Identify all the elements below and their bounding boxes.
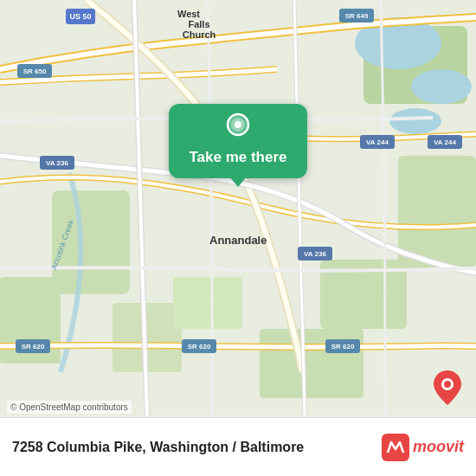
take-me-there-label: Take me there [189,149,286,166]
moovit-brand-text: moovit [413,438,464,456]
svg-text:SR 649: SR 649 [345,12,369,20]
svg-text:SR 650: SR 650 [23,68,47,75]
svg-point-42 [444,381,451,388]
svg-text:VA 236: VA 236 [46,159,68,167]
address-label: 7258 Columbia Pike, Washington / Baltimo… [12,440,382,455]
svg-point-39 [235,121,241,128]
svg-text:SR 620: SR 620 [22,343,45,351]
svg-text:VA 236: VA 236 [304,250,326,258]
moovit-marker-icon [431,369,464,407]
info-bar: 7258 Columbia Pike, Washington / Baltimo… [0,417,476,476]
svg-text:VA 244: VA 244 [434,138,456,146]
svg-point-11 [389,108,441,134]
moovit-logo: moovit [382,434,464,461]
svg-text:Church: Church [183,29,216,40]
moovit-logo-icon [382,434,409,461]
svg-rect-8 [173,277,242,329]
copyright-text: © OpenStreetMap contributors [7,401,132,414]
svg-text:VA 244: VA 244 [366,138,389,146]
svg-text:Falls: Falls [188,19,209,29]
map-container: US 50 SR 650 SR 649 VA 236 VA 244 VA 244… [0,0,476,476]
svg-point-10 [411,69,472,104]
take-me-there-button[interactable]: Take me there [169,104,307,178]
svg-text:US 50: US 50 [69,12,91,21]
svg-text:SR 620: SR 620 [331,343,355,351]
svg-text:SR 620: SR 620 [188,343,211,351]
svg-text:West: West [177,9,200,19]
location-pin-icon [222,113,254,144]
svg-text:Annandale: Annandale [209,234,267,247]
